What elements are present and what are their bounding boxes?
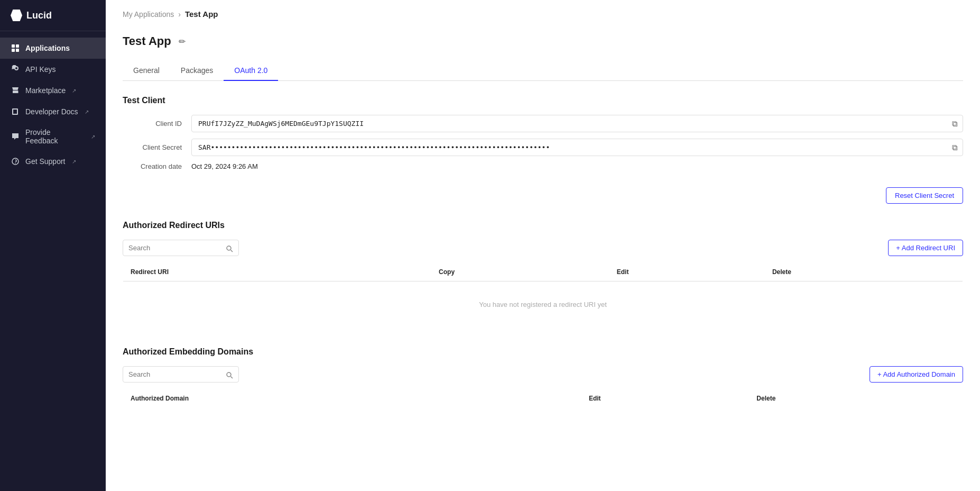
book-icon bbox=[11, 107, 20, 116]
svg-line-9 bbox=[231, 376, 233, 378]
svg-point-8 bbox=[227, 372, 231, 377]
creation-date-value: Oct 29, 2024 9:26 AM bbox=[191, 162, 258, 170]
embedding-domain-search-input[interactable] bbox=[128, 370, 223, 378]
creation-date-row: Creation date Oct 29, 2024 9:26 AM bbox=[123, 162, 963, 170]
external-link-icon-docs: ↗ bbox=[85, 109, 89, 115]
svg-rect-3 bbox=[16, 49, 19, 52]
tabs: General Packages OAuth 2.0 bbox=[123, 61, 963, 81]
copy-client-id-button[interactable]: ⧉ bbox=[951, 118, 959, 130]
test-client-section: Test Client Client ID PRUfI7JZyZZ_MuDAgW… bbox=[123, 96, 963, 170]
search-icon bbox=[226, 243, 233, 252]
sidebar-item-marketplace[interactable]: Marketplace ↗ bbox=[0, 80, 106, 101]
sidebar-item-label-api-keys: API Keys bbox=[25, 65, 56, 74]
sidebar-item-provide-feedback[interactable]: Provide Feedback ↗ bbox=[0, 122, 106, 151]
copy-icon-secret: ⧉ bbox=[952, 143, 958, 152]
search-icon-domain bbox=[226, 370, 233, 378]
col-domain-edit: Edit bbox=[581, 389, 749, 408]
client-secret-value: SAR•••••••••••••••••••••••••••••••••••••… bbox=[191, 139, 963, 156]
key-icon bbox=[11, 65, 20, 74]
embedding-domains-header-row: + Add Authorized Domain bbox=[123, 366, 963, 383]
sidebar-item-api-keys[interactable]: API Keys bbox=[0, 59, 106, 80]
redirect-uris-section: Authorized Redirect URIs + Add Redirect … bbox=[123, 221, 963, 328]
redirect-uri-search-input[interactable] bbox=[128, 244, 223, 252]
page-content: Test App ✏ General Packages OAuth 2.0 Te… bbox=[106, 24, 980, 448]
sidebar-item-get-support[interactable]: Get Support ↗ bbox=[0, 151, 106, 172]
redirect-uris-title: Authorized Redirect URIs bbox=[123, 221, 963, 230]
external-link-icon-support: ↗ bbox=[72, 159, 76, 165]
sidebar-logo: Lucid bbox=[0, 0, 106, 31]
main-content: My Applications › Test App Test App ✏ Ge… bbox=[106, 0, 980, 491]
sidebar-item-developer-docs[interactable]: Developer Docs ↗ bbox=[0, 101, 106, 122]
copy-icon: ⧉ bbox=[952, 119, 958, 128]
tab-oauth2[interactable]: OAuth 2.0 bbox=[224, 61, 278, 81]
redirect-uri-empty-row: You have not registered a redirect URI y… bbox=[123, 281, 963, 328]
breadcrumb-separator: › bbox=[178, 10, 181, 19]
pencil-icon: ✏ bbox=[179, 37, 186, 47]
copy-client-secret-button[interactable]: ⧉ bbox=[951, 142, 959, 153]
sidebar-item-label-marketplace: Marketplace bbox=[25, 86, 66, 95]
sidebar-item-label-provide-feedback: Provide Feedback bbox=[25, 128, 85, 145]
sidebar-item-label-developer-docs: Developer Docs bbox=[25, 107, 78, 116]
embedding-domains-title: Authorized Embedding Domains bbox=[123, 347, 963, 357]
reset-btn-row: Reset Client Secret bbox=[123, 187, 963, 204]
col-domain-delete: Delete bbox=[749, 389, 963, 408]
client-secret-field-wrapper: SAR•••••••••••••••••••••••••••••••••••••… bbox=[191, 139, 963, 156]
embedding-domain-search-box[interactable] bbox=[123, 366, 239, 382]
page-title-row: Test App ✏ bbox=[123, 34, 963, 48]
svg-line-7 bbox=[231, 250, 233, 252]
breadcrumb-parent[interactable]: My Applications bbox=[123, 10, 174, 19]
sidebar-logo-text: Lucid bbox=[26, 10, 52, 21]
col-copy: Copy bbox=[431, 263, 609, 281]
sidebar-nav: Applications API Keys Marketplace ↗ Deve… bbox=[0, 31, 106, 491]
add-authorized-domain-button[interactable]: + Add Authorized Domain bbox=[870, 366, 963, 383]
client-id-field-wrapper: PRUfI7JZyZZ_MuDAgWSj6MEDmGEu9TJpY1SUQZII… bbox=[191, 115, 963, 132]
redirect-uri-search-box[interactable] bbox=[123, 240, 239, 256]
client-secret-row: Client Secret SAR•••••••••••••••••••••••… bbox=[123, 139, 963, 156]
col-authorized-domain: Authorized Domain bbox=[123, 389, 581, 408]
store-icon bbox=[11, 86, 20, 95]
col-redirect-uri: Redirect URI bbox=[123, 263, 432, 281]
svg-rect-0 bbox=[12, 44, 15, 48]
redirect-uri-empty-message: You have not registered a redirect URI y… bbox=[123, 281, 963, 328]
redirect-uri-table: Redirect URI Copy Edit Delete You have n… bbox=[123, 262, 963, 328]
client-id-value: PRUfI7JZyZZ_MuDAgWSj6MEDmGEu9TJpY1SUQZII bbox=[191, 115, 963, 132]
breadcrumb-current: Test App bbox=[185, 10, 218, 19]
client-id-row: Client ID PRUfI7JZyZZ_MuDAgWSj6MEDmGEu9T… bbox=[123, 115, 963, 132]
embedding-domains-section: Authorized Embedding Domains + Add Autho… bbox=[123, 347, 963, 408]
tab-packages[interactable]: Packages bbox=[170, 61, 224, 81]
breadcrumb: My Applications › Test App bbox=[106, 0, 980, 24]
embedding-domain-table: Authorized Domain Edit Delete bbox=[123, 389, 963, 408]
external-link-icon-feedback: ↗ bbox=[91, 134, 95, 140]
client-secret-label: Client Secret bbox=[123, 143, 191, 151]
svg-point-6 bbox=[227, 246, 231, 250]
col-edit: Edit bbox=[609, 263, 765, 281]
tab-general[interactable]: General bbox=[123, 61, 170, 81]
reset-client-secret-button[interactable]: Reset Client Secret bbox=[886, 187, 963, 204]
lucid-logo-icon bbox=[11, 10, 22, 21]
add-redirect-uri-button[interactable]: + Add Redirect URI bbox=[888, 240, 963, 256]
sidebar-item-label-applications: Applications bbox=[25, 44, 70, 52]
sidebar-item-label-get-support: Get Support bbox=[25, 157, 66, 166]
creation-date-label: Creation date bbox=[123, 162, 191, 170]
sidebar-item-applications[interactable]: Applications bbox=[0, 38, 106, 59]
external-link-icon-marketplace: ↗ bbox=[72, 88, 76, 94]
sidebar: Lucid Applications API Keys Marketplace … bbox=[0, 0, 106, 491]
test-client-section-title: Test Client bbox=[123, 96, 963, 105]
redirect-uris-header-row: + Add Redirect URI bbox=[123, 240, 963, 256]
edit-app-name-button[interactable]: ✏ bbox=[177, 35, 188, 48]
client-id-label: Client ID bbox=[123, 120, 191, 128]
page-title: Test App bbox=[123, 34, 171, 48]
feedback-icon bbox=[11, 132, 20, 141]
col-delete: Delete bbox=[765, 263, 963, 281]
grid-icon bbox=[11, 43, 20, 53]
svg-point-5 bbox=[15, 163, 16, 164]
svg-rect-1 bbox=[16, 44, 19, 48]
support-icon bbox=[11, 157, 20, 166]
svg-rect-2 bbox=[12, 49, 15, 52]
